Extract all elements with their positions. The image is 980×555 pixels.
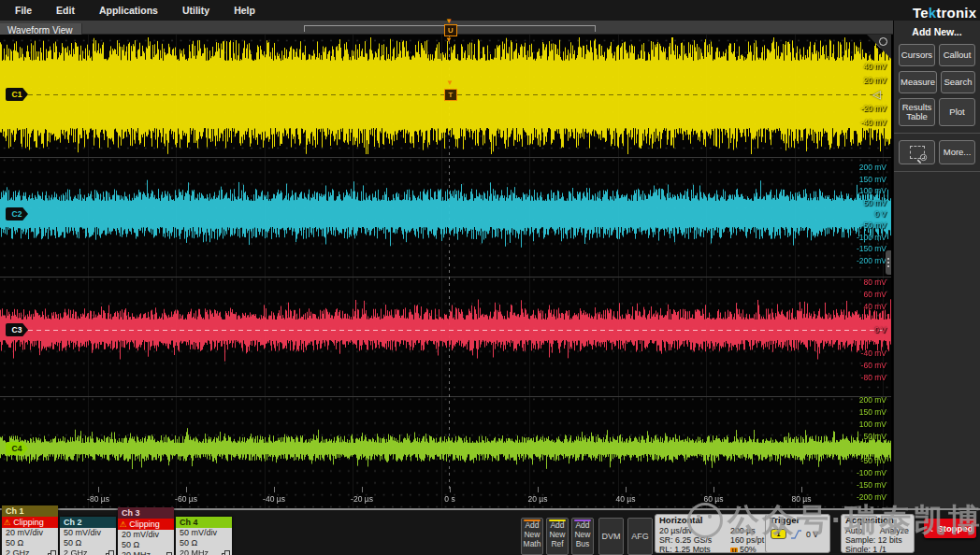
scale-label: 100 mV bbox=[859, 420, 886, 429]
scale-label: 150 mV bbox=[859, 407, 886, 417]
bandwidth-setting: 2 GHz bbox=[2, 548, 58, 555]
plot-button[interactable]: Plot bbox=[939, 98, 975, 126]
scale-label: 0 V bbox=[874, 209, 886, 219]
add-new-bus-button[interactable]: Add New Bus bbox=[571, 518, 594, 555]
scale-label: 0 V bbox=[874, 325, 886, 334]
x-axis-tick bbox=[98, 487, 99, 492]
scale-setting: 20 mV/div bbox=[2, 528, 58, 538]
scale-label: 200 mV bbox=[859, 395, 886, 405]
panel-divider bbox=[894, 171, 980, 172]
menu-help[interactable]: Help bbox=[234, 5, 255, 16]
x-axis-label: -60 µs bbox=[166, 494, 207, 504]
stopped-button[interactable]: →Stopped bbox=[924, 519, 976, 538]
scale-label: 50 mV bbox=[863, 198, 886, 207]
trigger-level-value: 0 V bbox=[806, 530, 818, 539]
scale-label: 150 mV bbox=[859, 175, 886, 184]
channel-badge-ch4[interactable]: Ch 4 50 mV/div 50 Ω 20 MHz bbox=[176, 517, 232, 555]
dvm-button[interactable]: DVM bbox=[598, 518, 624, 555]
add-new-ref-button[interactable]: Add New Ref bbox=[546, 518, 569, 555]
expansion-arrow-icon: ▼ bbox=[445, 36, 453, 43]
afg-button[interactable]: AFG bbox=[627, 518, 653, 555]
channel-badge-ch1[interactable]: Ch 1 ⚠ Clipping 20 mV/div 50 Ω 2 GHz bbox=[2, 505, 58, 555]
trigger-panel[interactable]: Trigger 1 0 V bbox=[765, 514, 830, 553]
channel-menu-icon bbox=[48, 550, 55, 555]
add-new-math-button[interactable]: Add New Math bbox=[521, 518, 543, 555]
scale-setting: 50 mV/div bbox=[176, 528, 232, 538]
expansion-icon: U bbox=[730, 548, 738, 553]
scale-label: -50 mV bbox=[861, 221, 886, 230]
impedance-setting: 50 Ω bbox=[118, 540, 174, 550]
scale-label: 80 mV bbox=[863, 278, 886, 287]
acq-sample: Sample: 12 bits bbox=[842, 535, 914, 545]
scale-label: -50 mV bbox=[861, 456, 886, 465]
x-axis-label: 20 µs bbox=[517, 494, 558, 504]
scale-setting: 50 mV/div bbox=[60, 528, 116, 538]
menu-applications[interactable]: Applications bbox=[99, 5, 158, 16]
x-axis-tick bbox=[626, 487, 627, 492]
x-axis-label: -20 µs bbox=[341, 494, 382, 504]
callout-button[interactable]: Callout bbox=[939, 44, 975, 66]
warning-icon: ⚠ bbox=[4, 518, 11, 527]
menu-utility[interactable]: Utility bbox=[182, 5, 209, 16]
acq-single: Single: 1 /1 bbox=[842, 545, 914, 553]
search-button[interactable]: Search bbox=[941, 71, 975, 93]
record-length: RL: 1.25 Mpts bbox=[659, 545, 730, 553]
scale-label: -100 mV bbox=[857, 233, 886, 242]
bandwidth-setting: 20 MHz bbox=[176, 548, 232, 555]
scale-label: -150 mV bbox=[857, 244, 886, 253]
panel-divider bbox=[894, 133, 980, 134]
cursors-button[interactable]: Cursors bbox=[899, 44, 935, 66]
measure-button[interactable]: Measure bbox=[899, 71, 937, 93]
scale-label: 200 mV bbox=[859, 163, 886, 172]
trigger-source-badge: 1 bbox=[771, 529, 786, 539]
waveform-display[interactable]: C1 C2 C3 C4 ▼ T ◁ 40 mV20 mV-20 mV-40 mV… bbox=[0, 35, 891, 508]
x-axis-label: -80 µs bbox=[78, 494, 119, 504]
clipping-warning: ⚠ Clipping bbox=[118, 519, 174, 530]
trigger-position-marker[interactable]: T bbox=[444, 89, 457, 101]
more-button[interactable]: More... bbox=[939, 140, 975, 164]
channel-menu-icon bbox=[222, 550, 229, 555]
badge-header: Ch 1 bbox=[2, 505, 58, 517]
acquisition-title: Acquisition bbox=[842, 515, 914, 526]
zoom-select-button[interactable] bbox=[899, 140, 935, 164]
channel-badge-ch2[interactable]: Ch 2 50 mV/div 50 Ω 2 GHz bbox=[60, 517, 116, 555]
trigger-level-indicator[interactable]: ◁ bbox=[872, 88, 881, 101]
menu-file[interactable]: File bbox=[15, 5, 32, 16]
tekscope-app: File Edit Applications Utility Help Tekt… bbox=[0, 0, 980, 555]
scale-label: -20 mV bbox=[861, 104, 886, 113]
x-axis-label: 0 s bbox=[429, 494, 470, 504]
trigger-arrow-icon: ▼ bbox=[446, 79, 454, 86]
zoom-select-icon bbox=[910, 146, 925, 159]
scale-label: -200 mV bbox=[857, 256, 886, 265]
scale-label: 20 mV bbox=[863, 76, 886, 85]
x-axis-tick bbox=[801, 487, 802, 492]
waveform-canvas[interactable] bbox=[0, 35, 891, 508]
x-axis-tick bbox=[538, 487, 539, 492]
ref-accent bbox=[549, 519, 566, 521]
impedance-setting: 50 Ω bbox=[2, 538, 58, 548]
bottom-bar: Ch 1 ⚠ Clipping 20 mV/div 50 Ω 2 GHz Ch … bbox=[0, 508, 980, 555]
scale-setting: 20 mV/div bbox=[118, 530, 174, 540]
x-axis-label: -40 µs bbox=[253, 494, 295, 504]
x-axis-tick bbox=[362, 487, 363, 492]
sample-rate: SR: 6.25 GS/s bbox=[659, 535, 730, 545]
bandwidth-setting: 2 GHz bbox=[60, 548, 116, 555]
x-axis-label: 60 µs bbox=[693, 494, 734, 504]
hscale: 20 µs/div bbox=[659, 526, 730, 535]
clipping-warning: ⚠ Clipping bbox=[2, 517, 58, 528]
scale-label: -200 mV bbox=[857, 492, 886, 502]
channel-badge-ch3[interactable]: Ch 3 ⚠ Clipping 20 mV/div 50 Ω 20 MHz bbox=[118, 507, 174, 555]
rising-edge-icon bbox=[790, 530, 802, 539]
x-axis-tick bbox=[450, 487, 451, 492]
acquisition-panel[interactable]: Acquisition Auto,Analyze Sample: 12 bits… bbox=[841, 514, 915, 553]
acq-analyze: Analyze bbox=[880, 526, 909, 535]
menu-edit[interactable]: Edit bbox=[56, 5, 75, 16]
panel-drag-handle[interactable] bbox=[886, 250, 891, 275]
results-table-button[interactable]: Results Table bbox=[899, 98, 935, 126]
expansion-arrow-icon: ▼ bbox=[445, 18, 453, 24]
scale-label: 50 mV bbox=[863, 432, 886, 441]
trigger-title: Trigger bbox=[766, 515, 829, 526]
x-axis-tick bbox=[713, 487, 714, 492]
x-axis-label: 80 µs bbox=[781, 494, 822, 504]
add-new-header: Add New... bbox=[899, 26, 975, 37]
